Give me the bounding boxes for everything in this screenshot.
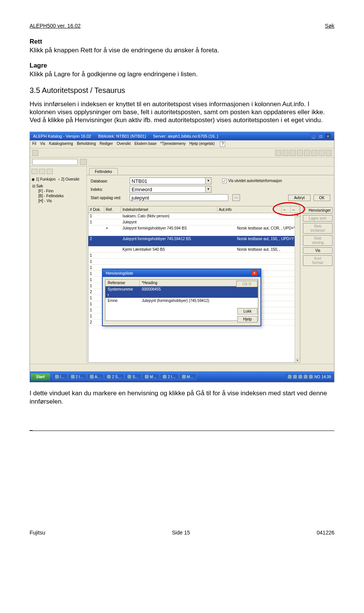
taskbar-item[interactable]: 2 S… xyxy=(104,374,124,380)
table-row[interactable]: 1 xyxy=(88,253,300,259)
table-row[interactable]: 2Julepynt formingshobbyer 745.59412 BSNo… xyxy=(88,236,300,247)
table-row[interactable]: Kjemi Lærebøker 540 BSNorsk testbase aut… xyxy=(88,247,300,253)
toolbar-icon[interactable] xyxy=(282,150,289,156)
side-button-rett-innførsel[interactable]: Rett innførsel xyxy=(303,223,333,234)
side-button-henvisninger[interactable]: Henvisninger xyxy=(303,207,333,214)
popup-row[interactable]: EmneJulepynt (formingshobbyer) (745.5941… xyxy=(105,298,258,303)
filter-panel: Database: ▼ ✓Vis utvidet autoritetsinfor… xyxy=(87,175,334,205)
menu-item[interactable]: Hjelp (engelsk) xyxy=(189,141,215,147)
table-row[interactable]: 1Julepynt xyxy=(88,219,300,225)
menu-item[interactable]: Fil xyxy=(32,141,36,147)
side-button-vis[interactable]: Vis xyxy=(303,247,333,254)
table-row[interactable]: +Julepynt formingshobbyer 745.594 BSNors… xyxy=(88,225,300,236)
tree-item[interactable]: [F] - Finn xyxy=(38,189,85,193)
popup-close-button[interactable]: × xyxy=(251,270,257,276)
taskbar-item[interactable]: M… xyxy=(179,374,196,380)
tray-icon[interactable] xyxy=(288,375,292,379)
header-left: ALEPH500 ver. 16.02 xyxy=(30,23,81,29)
indeks-label: Indeks: xyxy=(91,187,127,192)
toolbar-icon[interactable] xyxy=(290,150,296,156)
ok-button[interactable]: OK xyxy=(314,195,330,201)
library-label: Bibliotek: NTB01 (NTB01) xyxy=(98,134,146,138)
radio-funksjon[interactable]: ◉ 1] Funksjon xyxy=(31,177,55,181)
start-button[interactable]: Start xyxy=(31,373,50,380)
lukk-button[interactable]: Lukk xyxy=(237,308,257,314)
menu-item[interactable]: Ekstern base xyxy=(134,141,156,147)
taskbar-items: I…2 I…A…2 S…S…M…2 I…M… xyxy=(52,374,196,380)
section-rett-text: Klikk på knappen Rett for å vise de endr… xyxy=(30,46,334,54)
footer-right: 041226 xyxy=(317,530,334,536)
taskbar-item[interactable]: 2 I… xyxy=(68,374,86,380)
maximize-button[interactable]: □ xyxy=(318,134,324,139)
tray-icon[interactable] xyxy=(309,375,313,379)
taskbar-app-icon xyxy=(55,375,59,379)
go-icon[interactable] xyxy=(80,159,87,165)
table-row[interactable]: 1 xyxy=(88,259,300,265)
ga-til-button[interactable]: Gå til xyxy=(236,281,257,287)
grid-header-cell: -- xyxy=(291,206,300,213)
taskbar-app-icon xyxy=(145,375,149,379)
popup-grid[interactable]: Referanse *Heading Systemnumme000008455r… xyxy=(105,279,258,321)
taskbar-item[interactable]: A… xyxy=(87,374,104,380)
toolbar-icon[interactable] xyxy=(304,150,310,156)
dropdown-arrow-icon[interactable]: ▼ xyxy=(206,178,212,184)
database-combo[interactable] xyxy=(130,178,206,184)
taskbar-app-icon xyxy=(163,375,166,379)
toolbar-icon[interactable] xyxy=(326,150,332,156)
grid-header-cell: Aut.info xyxy=(217,206,282,213)
menu-item[interactable]: Oversikt xyxy=(117,141,131,147)
section-rett-heading: Rett xyxy=(30,38,334,46)
tree-item[interactable]: [H] - Vis xyxy=(38,198,85,203)
dropdown-arrow-icon[interactable]: ▼ xyxy=(206,186,212,193)
grid-header-cell: Ref. xyxy=(104,206,121,213)
minimize-button[interactable]: _ xyxy=(311,134,317,139)
taskbar-item[interactable]: 2 I… xyxy=(160,374,178,380)
menu-item[interactable]: Vis xyxy=(40,141,46,147)
hjelp-button[interactable]: Hjelp xyxy=(237,316,257,322)
grid-header-cell: Indeksinnførsel xyxy=(121,206,217,213)
toolbar-icon[interactable] xyxy=(275,150,281,156)
taskbar-item[interactable]: M… xyxy=(142,374,159,380)
window-titlebar: ALEPH Katalog - Versjon 16.02 Bibliotek:… xyxy=(30,132,334,140)
vertical-scrollbar[interactable] xyxy=(295,213,300,362)
avbryt-button[interactable]: Avbryt xyxy=(288,195,310,201)
taskbar-item[interactable]: I… xyxy=(52,374,67,380)
popup-row[interactable]: r xyxy=(105,292,258,298)
footer-left: Fujitsu xyxy=(30,530,45,536)
menu-item[interactable]: Katalogisering xyxy=(49,141,73,147)
menu-item[interactable]: Beholdning xyxy=(77,141,96,147)
tray-icon[interactable] xyxy=(298,375,302,379)
app-title: ALEPH Katalog - Versjon 16.02 xyxy=(33,134,91,138)
side-button-rett-visning[interactable]: Rett visning xyxy=(303,235,333,246)
indeks-combo[interactable] xyxy=(130,186,206,193)
henvisningsliste-popup: Henvisningsliste × Referanse *Heading Sy… xyxy=(102,269,261,326)
toolbar-row-1 xyxy=(30,148,334,157)
tray-icon[interactable] xyxy=(304,375,308,379)
nav-tab-icon[interactable] xyxy=(39,169,45,174)
table-row[interactable]: 1Isaksen, Cato (fiktiv person) xyxy=(88,213,300,219)
nav-tab-icon[interactable] xyxy=(31,169,38,174)
tree-root-sok[interactable]: ⊟ Søk xyxy=(31,184,85,189)
checkbox-extended-info[interactable]: ✓ xyxy=(222,179,227,183)
tree-item[interactable]: [B] - Feltindeks xyxy=(38,193,85,198)
toolbar-icon[interactable] xyxy=(311,150,317,156)
nav-tab-icon[interactable] xyxy=(47,169,53,174)
radio-oversikt[interactable]: ○ 2] Oversikt xyxy=(58,177,79,181)
toolbar-input[interactable] xyxy=(32,159,78,165)
help-icon[interactable]: ? xyxy=(220,141,225,147)
toolbar-icon[interactable] xyxy=(32,150,38,156)
toolbar-icon[interactable] xyxy=(318,150,325,156)
menu-item[interactable]: *Tjenestemeny xyxy=(160,141,186,147)
start-oppslag-input[interactable] xyxy=(130,194,228,201)
footer-divider xyxy=(30,431,334,431)
tab-feltindeks[interactable]: Feltindeks xyxy=(89,168,118,175)
close-button[interactable]: × xyxy=(325,134,331,139)
taskbar-item[interactable]: S… xyxy=(125,374,141,380)
side-button-kort-format[interactable]: Kort format xyxy=(303,255,333,266)
popup-row[interactable]: Systemnumme000008455 xyxy=(105,286,258,292)
toolbar-icon[interactable] xyxy=(297,150,303,156)
side-button-lagre-som[interactable]: Lagre som xyxy=(303,215,333,222)
menu-item[interactable]: Rediger xyxy=(100,141,113,147)
browse-button[interactable]: … xyxy=(232,194,240,201)
tray-icon[interactable] xyxy=(293,375,297,379)
